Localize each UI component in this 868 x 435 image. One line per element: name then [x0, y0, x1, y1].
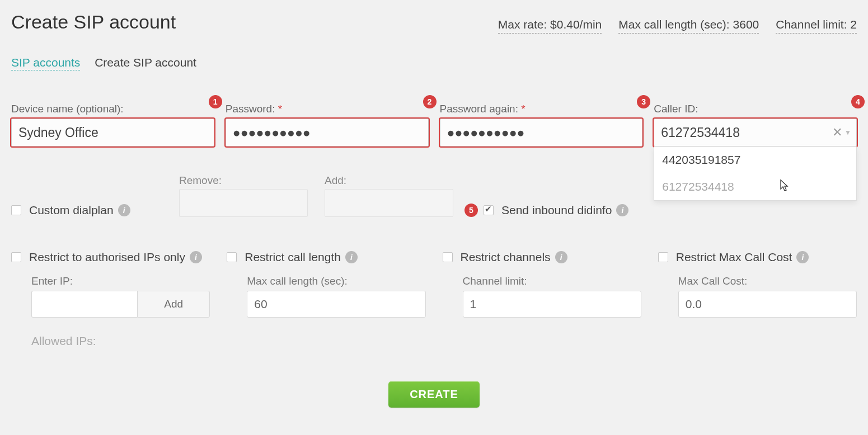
info-icon[interactable]: i	[555, 251, 567, 263]
field-badge-2: 2	[423, 95, 437, 108]
add-label: Add:	[325, 174, 453, 187]
channel-limit-input[interactable]	[463, 291, 641, 318]
field-badge-3: 3	[637, 95, 650, 108]
field-badge-1: 1	[209, 95, 222, 108]
remove-input[interactable]	[179, 189, 308, 217]
enter-ip-label: Enter IP:	[31, 275, 210, 287]
restrict-channels-label: Restrict channels	[461, 250, 551, 264]
info-icon[interactable]: i	[796, 251, 809, 263]
create-button[interactable]: CREATE	[388, 381, 480, 408]
header-stats: Max rate: $0.40/min Max call length (sec…	[498, 18, 857, 34]
breadcrumb: SIP accounts Create SIP account	[11, 56, 857, 69]
password-again-input[interactable]	[440, 119, 643, 146]
info-icon[interactable]: i	[190, 251, 202, 263]
remove-label: Remove:	[179, 174, 308, 187]
stat-max-rate: Max rate: $0.40/min	[498, 18, 602, 34]
restrict-max-cost-label: Restrict Max Call Cost	[676, 250, 792, 264]
restrict-call-length-label: Restrict call length	[245, 250, 341, 264]
caller-id-dropdown: 442035191857 61272534418	[654, 146, 857, 201]
restrict-ips-label: Restrict to authorised IPs only	[29, 250, 185, 264]
restrict-ips-checkbox[interactable]	[11, 252, 21, 262]
custom-dialplan-label: Custom dialplan	[29, 204, 114, 217]
page-title: Create SIP account	[11, 11, 176, 33]
max-call-length-input[interactable]	[247, 291, 425, 318]
breadcrumb-sip-accounts-link[interactable]: SIP accounts	[11, 56, 80, 70]
custom-dialplan-checkbox[interactable]	[11, 205, 21, 215]
channel-limit-label: Channel limit:	[463, 275, 641, 287]
breadcrumb-current: Create SIP account	[95, 56, 196, 69]
info-icon[interactable]: i	[616, 204, 628, 216]
caller-id-option[interactable]: 61272534418	[654, 173, 856, 200]
caller-id-option[interactable]: 442035191857	[654, 146, 856, 173]
device-name-label: Device name (optional):	[11, 103, 214, 115]
send-inbound-checkbox[interactable]	[484, 205, 494, 215]
caller-id-clear-icon[interactable]: ✕	[832, 125, 842, 140]
password-label: Password: *	[226, 103, 429, 115]
cursor-icon	[778, 179, 789, 195]
stat-max-call-length: Max call length (sec): 3600	[618, 18, 759, 34]
field-badge-5: 5	[465, 204, 478, 217]
restrict-channels-checkbox[interactable]	[443, 252, 453, 262]
send-inbound-label: Send inbound didinfo	[501, 204, 612, 217]
allowed-ips-label: Allowed IPs:	[31, 334, 210, 348]
max-call-cost-label: Max Call Cost:	[678, 275, 857, 287]
max-call-cost-input[interactable]	[678, 291, 857, 318]
info-icon[interactable]: i	[118, 204, 130, 216]
chevron-down-icon[interactable]: ▼	[844, 129, 851, 136]
caller-id-input[interactable]	[654, 119, 857, 146]
stat-channel-limit: Channel limit: 2	[776, 18, 857, 34]
caller-id-label: Caller ID:	[654, 103, 857, 115]
restrict-max-cost-checkbox[interactable]	[658, 252, 668, 262]
enter-ip-input[interactable]	[31, 291, 137, 318]
password-again-label: Password again: *	[440, 103, 643, 115]
max-call-length-label: Max call length (sec):	[247, 275, 425, 287]
device-name-input[interactable]	[11, 119, 214, 146]
info-icon[interactable]: i	[345, 251, 358, 263]
add-input[interactable]	[325, 189, 453, 217]
password-input[interactable]	[226, 119, 429, 146]
add-ip-button[interactable]: Add	[137, 291, 210, 318]
field-badge-4: 4	[851, 95, 865, 108]
restrict-call-length-checkbox[interactable]	[227, 252, 237, 262]
